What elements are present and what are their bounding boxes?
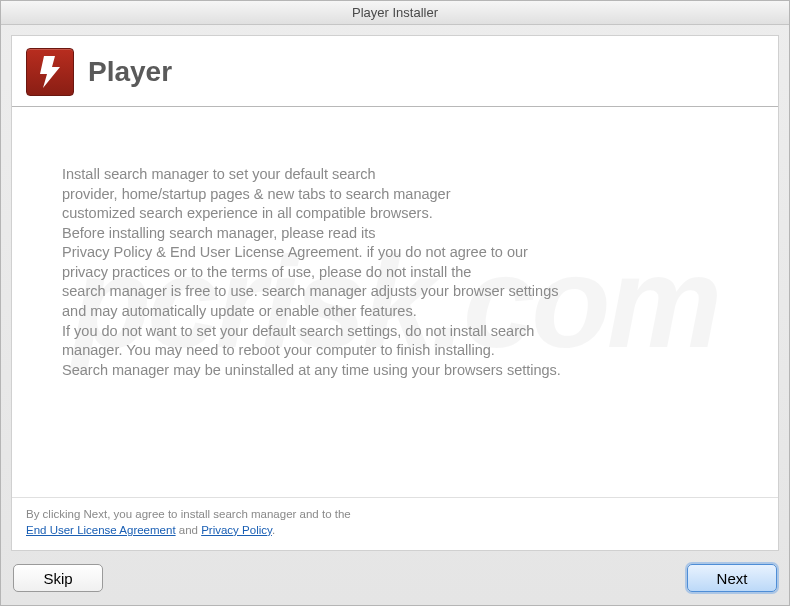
- content-panel: Player pcrisk.com Install search manager…: [11, 35, 779, 551]
- header: Player: [12, 36, 778, 107]
- footer-period: .: [272, 524, 275, 536]
- skip-button[interactable]: Skip: [13, 564, 103, 592]
- eula-link[interactable]: End User License Agreement: [26, 524, 176, 536]
- header-title: Player: [88, 56, 172, 88]
- privacy-link[interactable]: Privacy Policy: [201, 524, 272, 536]
- flash-player-icon: [26, 48, 74, 96]
- footer-agreement: By clicking Next, you agree to install s…: [12, 497, 778, 550]
- titlebar[interactable]: Player Installer: [1, 1, 789, 25]
- installer-window: Player Installer Player pcrisk.com Insta…: [0, 0, 790, 606]
- installer-description: Install search manager to set your defau…: [62, 165, 728, 380]
- footer-and: and: [176, 524, 202, 536]
- next-button[interactable]: Next: [687, 564, 777, 592]
- body-text-area: pcrisk.com Install search manager to set…: [12, 107, 778, 497]
- window-title: Player Installer: [352, 5, 438, 20]
- footer-line1: By clicking Next, you agree to install s…: [26, 508, 351, 520]
- button-row: Skip Next: [1, 551, 789, 605]
